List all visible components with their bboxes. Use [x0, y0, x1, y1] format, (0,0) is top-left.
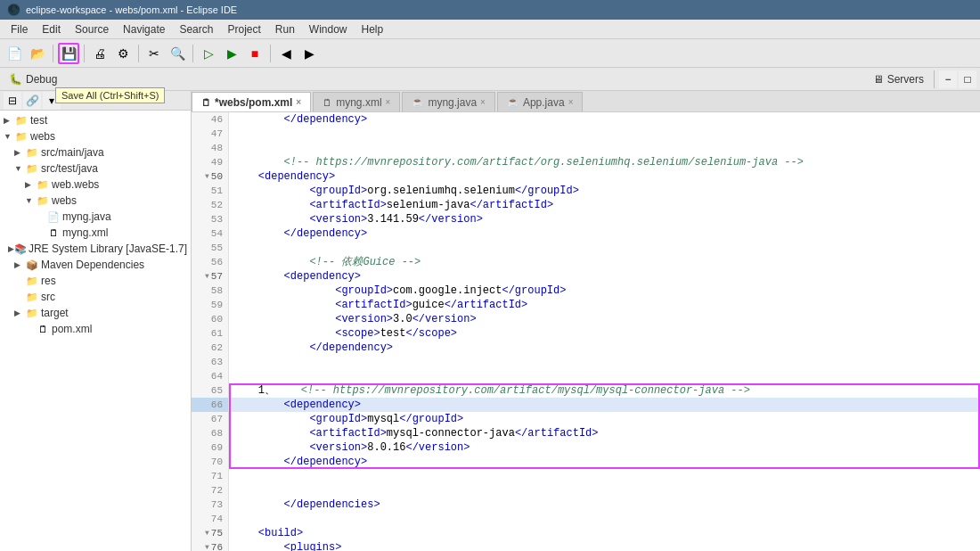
sep5	[270, 45, 271, 62]
menu-window[interactable]: Window	[302, 21, 355, 37]
code-editor[interactable]: 46474849▼50515253545556▼5758596061626364…	[192, 112, 980, 551]
print-button[interactable]: 🖨	[89, 43, 110, 64]
tab-close-pom[interactable]: ×	[296, 97, 301, 107]
sidebar-item-web-webs[interactable]: ▶📁web.webs	[0, 177, 191, 193]
code-line-65: 1、 <!-- https://mvnrepository.com/artifa…	[229, 383, 980, 398]
minimize-button[interactable]: −	[939, 70, 957, 88]
sep2	[84, 45, 85, 62]
refactor-button[interactable]: ✂	[143, 43, 165, 64]
line-num-76: ▼76	[192, 540, 228, 551]
collapse-all-button[interactable]: ⊟	[4, 92, 21, 110]
line-num-68: 68	[192, 426, 228, 440]
open-button[interactable]: 📂	[27, 43, 48, 64]
sidebar-item-jre[interactable]: ▶📚JRE System Library [JavaSE-1.7]	[0, 241, 191, 257]
line-content-75: <build>	[258, 526, 303, 540]
back-button[interactable]: ◀	[275, 43, 297, 64]
tab-app-java[interactable]: ☕App.java×	[497, 92, 584, 111]
code-line-46: </dependency>	[229, 112, 980, 127]
tree-icon-res: 📁	[25, 276, 39, 287]
sidebar-item-webs-inner[interactable]: ▼📁webs	[0, 193, 191, 209]
line-num-66: 66	[192, 398, 228, 412]
code-line-61: <scope>test</scope>	[229, 326, 980, 341]
tab-close-app-java[interactable]: ×	[568, 97, 574, 107]
line-num-67: 67	[192, 412, 228, 426]
code-line-58: <groupId>com.google.inject</groupId>	[229, 284, 980, 298]
tree-icon-myng-java-file: 📄	[46, 211, 61, 223]
line-content-69: <version>8.0.16</version>	[309, 440, 470, 455]
tree-arrow-web-webs: ▶	[25, 180, 36, 189]
tab-myng-java[interactable]: ☕myng.java×	[402, 92, 495, 111]
fold-arrow-50[interactable]: ▼	[205, 169, 209, 184]
line-content-57: <dependency>	[284, 269, 361, 284]
maximize-button[interactable]: □	[959, 70, 976, 88]
tree-label-src: src	[41, 291, 55, 303]
tab-label-pom: *webs/pom.xml	[215, 96, 292, 109]
sidebar-item-src-main-java[interactable]: ▶📁src/main/java	[0, 144, 191, 160]
fold-arrow-76[interactable]: ▼	[205, 540, 209, 551]
search-button[interactable]: 🔍	[167, 43, 188, 64]
code-line-69: <version>8.0.16</version>	[229, 440, 980, 455]
run-button[interactable]: ▶	[221, 43, 242, 64]
code-line-73: </dependencies>	[229, 498, 980, 512]
code-line-53: <version>3.141.59</version>	[229, 212, 980, 226]
menu-project[interactable]: Project	[220, 21, 267, 37]
sidebar-menu-button[interactable]: ▾	[43, 92, 61, 110]
new-button[interactable]: 📄	[4, 43, 25, 64]
line-num-48: 48	[192, 141, 228, 155]
fold-arrow-57[interactable]: ▼	[205, 269, 209, 284]
sidebar-item-maven-deps[interactable]: ▶📦Maven Dependencies	[0, 257, 191, 273]
code-line-57: <dependency>	[229, 269, 980, 284]
sidebar-item-src-test-java[interactable]: ▼📁src/test/java	[0, 160, 191, 177]
sidebar-item-pom-xml-file[interactable]: 🗒pom.xml	[0, 321, 191, 337]
line-num-52: 52	[192, 198, 228, 212]
sidebar-item-myng-xml-file[interactable]: 🗒myng.xml	[0, 225, 191, 241]
sidebar-item-test[interactable]: ▶📁test	[0, 112, 191, 128]
tree-icon-src: 📁	[25, 292, 39, 303]
tab-icon-myng-java: ☕	[412, 96, 424, 108]
tree-label-maven-deps: Maven Dependencies	[41, 259, 144, 271]
tab-label-myng-xml: myng.xml	[336, 96, 381, 109]
tab-close-myng-xml[interactable]: ×	[386, 97, 391, 107]
line-content-67: <groupId>mysql</groupId>	[309, 412, 463, 426]
menu-run[interactable]: Run	[268, 21, 302, 37]
code-line-75: <build>	[229, 526, 980, 540]
tree-label-src-main-java: src/main/java	[41, 146, 104, 159]
code-line-47	[229, 127, 980, 141]
tab-close-myng-java[interactable]: ×	[480, 97, 486, 107]
save-all-button[interactable]: 💾	[58, 43, 79, 64]
tab-icon-pom: 🗒	[201, 97, 211, 108]
code-line-72	[229, 483, 980, 498]
menu-file[interactable]: File	[4, 21, 35, 37]
line-num-53: 53	[192, 212, 228, 226]
tree-arrow-src-test-java: ▼	[14, 164, 25, 173]
code-line-76: <plugins>	[229, 540, 980, 551]
line-num-57: ▼57	[192, 269, 228, 284]
menu-navigate[interactable]: Navigate	[116, 21, 172, 37]
forward-button[interactable]: ▶	[298, 43, 320, 64]
tab-pom[interactable]: 🗒*webs/pom.xml×	[192, 92, 311, 111]
menu-help[interactable]: Help	[355, 21, 391, 37]
line-content-46: </dependency>	[284, 112, 368, 127]
stop-button[interactable]: ■	[244, 43, 265, 64]
tab-myng-xml[interactable]: 🗒myng.xml×	[313, 92, 400, 111]
line-num-54: 54	[192, 226, 228, 241]
properties-button[interactable]: ⚙	[112, 43, 134, 64]
sidebar-item-target[interactable]: ▶📁target	[0, 305, 191, 321]
servers-perspective[interactable]: 🖥 Servers	[868, 73, 929, 86]
menu-edit[interactable]: Edit	[35, 21, 68, 37]
sidebar-item-myng-java-file[interactable]: 📄myng.java	[0, 209, 191, 225]
fold-arrow-75[interactable]: ▼	[205, 526, 209, 540]
debug-run-button[interactable]: ▷	[198, 43, 219, 64]
menu-search[interactable]: Search	[172, 21, 220, 37]
debug-perspective[interactable]: 🐛 Debug	[4, 73, 62, 86]
line-num-47: 47	[192, 127, 228, 141]
sidebar-item-src[interactable]: 📁src	[0, 289, 191, 305]
line-content-66: <dependency>	[284, 398, 361, 412]
sidebar-item-webs[interactable]: ▼📁webs	[0, 128, 191, 144]
menu-source[interactable]: Source	[68, 21, 116, 37]
sidebar-item-res[interactable]: 📁res	[0, 273, 191, 289]
line-content-52: <artifactId>selenium-java</artifactId>	[309, 198, 553, 212]
line-num-49: 49	[192, 155, 228, 169]
line-content-62: </dependency>	[309, 341, 393, 355]
link-editor-button[interactable]: 🔗	[23, 92, 41, 110]
